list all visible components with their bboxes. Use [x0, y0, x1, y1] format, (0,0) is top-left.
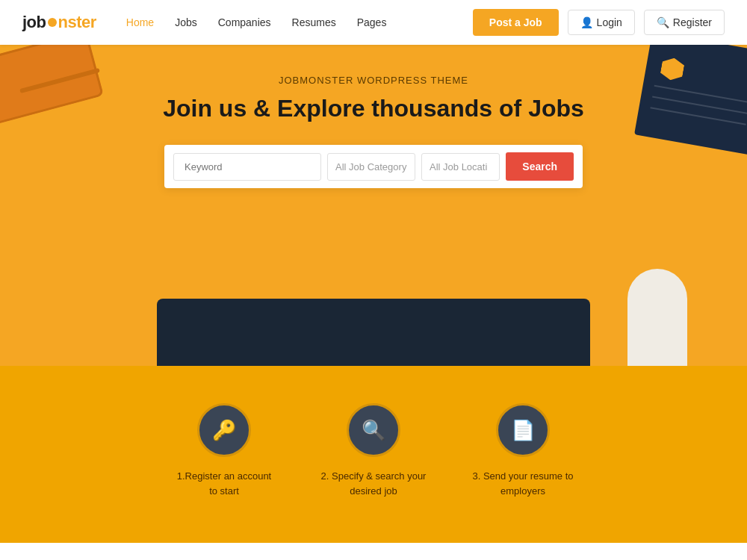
step-icon-wrap-3: 📄: [496, 403, 550, 457]
nav-right: Post a Job 👤 Login 🔍 Register: [473, 9, 725, 36]
step-item-2: 🔍 2. Specify & search yourdesired job: [299, 403, 448, 498]
keyword-input[interactable]: [173, 153, 321, 181]
login-button[interactable]: 👤 Login: [568, 10, 635, 35]
step-label-2: 2. Specify & search yourdesired job: [321, 469, 427, 498]
login-label: Login: [597, 16, 622, 28]
register-label: Register: [673, 16, 712, 28]
steps-row: 🔑 1.Register an accountto start 🔍 2. Spe…: [149, 403, 598, 498]
nav-pages[interactable]: Pages: [357, 16, 387, 28]
register-button[interactable]: 🔍 Register: [644, 10, 725, 35]
step-label-1: 1.Register an accountto start: [177, 469, 271, 498]
step-item-1: 🔑 1.Register an accountto start: [149, 403, 299, 498]
search-person-icon: 🔍: [657, 16, 669, 28]
deco-wallet: [0, 45, 127, 127]
search-button[interactable]: Search: [506, 152, 574, 181]
wallet-shape: [0, 45, 104, 126]
hero-title: Join us & Explore thousands of Jobs: [163, 95, 584, 122]
book-hex: [660, 56, 686, 82]
nav-jobs[interactable]: Jobs: [175, 16, 197, 28]
category-select[interactable]: All Job Category: [327, 153, 415, 181]
book-line-1: [654, 85, 747, 104]
document-icon: 📄: [511, 419, 535, 442]
hero-dark-bar: [157, 299, 590, 366]
deco-arch: [627, 269, 687, 366]
location-select[interactable]: All Job Locati: [421, 153, 500, 181]
nav-companies[interactable]: Companies: [218, 16, 271, 28]
steps-section: 🔑 1.Register an accountto start 🔍 2. Spe…: [0, 366, 747, 543]
nav-home[interactable]: Home: [126, 16, 154, 28]
step-icon-wrap-2: 🔍: [347, 403, 400, 457]
step-icon-wrap-1: 🔑: [197, 403, 251, 457]
step-label-3: 3. Send your resume toemployers: [472, 469, 573, 498]
hero-subtitle: JobMonster WordPress Theme: [279, 75, 468, 86]
search-icon: 🔍: [362, 419, 385, 442]
nav-links: Home Jobs Companies Resumes Pages: [126, 16, 473, 28]
logo-monster: nster: [58, 13, 96, 31]
key-icon: 🔑: [212, 419, 236, 442]
step-item-3: 📄 3. Send your resume toemployers: [448, 403, 598, 498]
logo[interactable]: jobnster: [22, 13, 96, 32]
logo-job: job: [22, 13, 46, 31]
deco-book: [620, 45, 747, 161]
navbar: jobnster Home Jobs Companies Resumes Pag…: [0, 0, 747, 45]
search-bar: All Job Category All Job Locati Search: [164, 145, 583, 188]
person-icon: 👤: [580, 16, 593, 28]
logo-dot: [48, 18, 57, 27]
post-job-button[interactable]: Post a Job: [473, 9, 559, 36]
book-inner: [634, 45, 747, 155]
nav-resumes[interactable]: Resumes: [292, 16, 336, 28]
hero-section: JobMonster WordPress Theme Join us & Exp…: [0, 45, 747, 366]
